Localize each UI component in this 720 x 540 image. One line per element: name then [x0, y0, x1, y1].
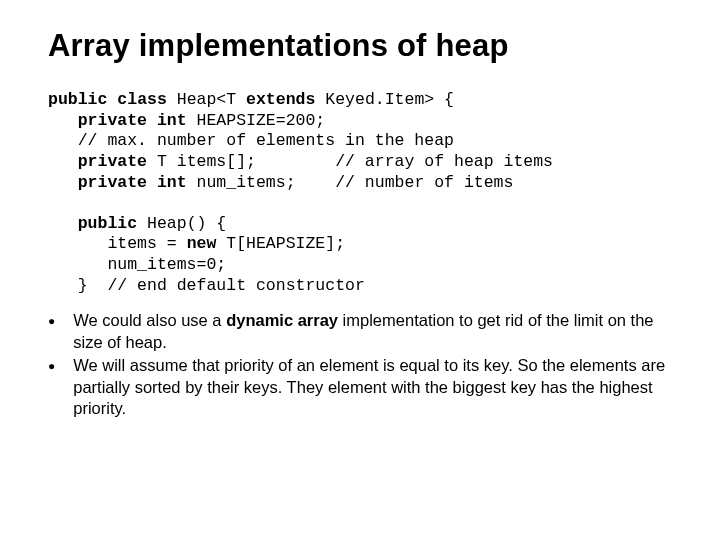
code-comment: // max. number of elements in the heap	[48, 131, 454, 150]
code-text: Keyed.Item> {	[315, 90, 454, 109]
code-text: T items[]; // array of heap items	[147, 152, 553, 171]
code-text: HEAPSIZE=200;	[187, 111, 326, 130]
kw-extends: extends	[246, 90, 315, 109]
kw-class: class	[107, 90, 166, 109]
slide: Array implementations of heap public cla…	[0, 0, 720, 540]
code-block: public class Heap<T extends Keyed.Item> …	[48, 90, 680, 296]
kw-public: public	[48, 214, 137, 233]
bullet-list: ● We could also use a dynamic array impl…	[48, 306, 680, 419]
text-pre: We will assume that priority of an eleme…	[73, 356, 665, 417]
code-text: num_items=0;	[48, 255, 226, 274]
bullet-icon: ●	[48, 355, 55, 377]
bullet-text: We will assume that priority of an eleme…	[73, 355, 680, 419]
list-item: ● We will assume that priority of an ele…	[48, 355, 680, 419]
kw-private: private	[48, 173, 147, 192]
text-bold: dynamic array	[226, 311, 338, 329]
bullet-text: We could also use a dynamic array implem…	[73, 310, 680, 353]
kw-private: private	[48, 111, 147, 130]
bullet-icon: ●	[48, 310, 55, 332]
code-text: T[HEAPSIZE];	[216, 234, 345, 253]
code-text: Heap<T	[167, 90, 246, 109]
kw-private: private	[48, 152, 147, 171]
kw-public: public	[48, 90, 107, 109]
code-text: items =	[48, 234, 187, 253]
kw-new: new	[187, 234, 217, 253]
list-item: ● We could also use a dynamic array impl…	[48, 310, 680, 353]
slide-title: Array implementations of heap	[48, 28, 680, 64]
kw-int: int	[147, 173, 187, 192]
text-pre: We could also use a	[73, 311, 226, 329]
code-text: } // end default constructor	[48, 276, 365, 295]
code-text: num_items; // number of items	[187, 173, 514, 192]
code-text: Heap() {	[137, 214, 226, 233]
kw-int: int	[147, 111, 187, 130]
